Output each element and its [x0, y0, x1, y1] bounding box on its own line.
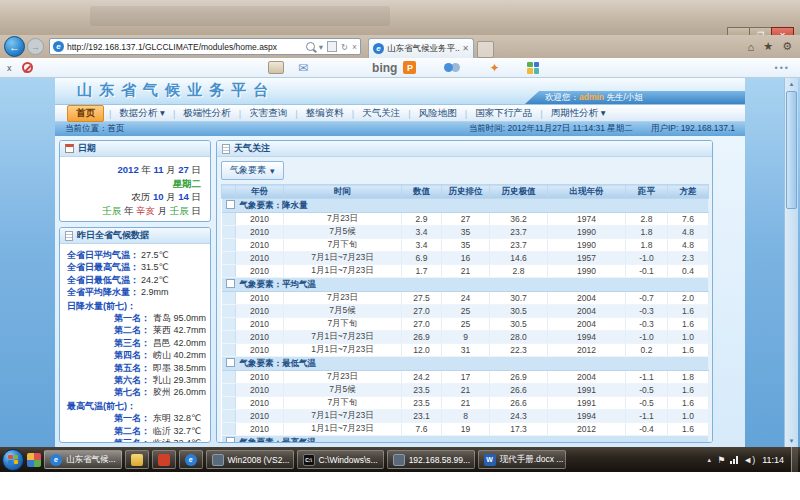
- table-cell: 6.9: [402, 252, 442, 265]
- game-grid-icon[interactable]: [527, 62, 539, 74]
- nav-item-0[interactable]: 首页: [67, 105, 104, 122]
- nav-item-8[interactable]: 周期性分析 ▾: [543, 106, 614, 121]
- table-cell: 30.5: [490, 305, 548, 318]
- nav-item-3[interactable]: 灾害查询: [241, 106, 295, 121]
- tools-gear-icon[interactable]: ⚙: [782, 40, 792, 53]
- table-cell: 21: [442, 265, 490, 278]
- rank-row: 第四名：崂山 40.2mm: [67, 349, 207, 361]
- page-viewport: 山东省气候业务平台 欢迎您：admin 先生/小姐 首页|数据分析 ▾|极端性分…: [0, 78, 800, 447]
- table-cell: 1990: [548, 265, 626, 278]
- table-cell: 1.8: [626, 239, 668, 252]
- taskbar-clock[interactable]: 11:14: [762, 455, 784, 465]
- address-bar[interactable]: e http://192.168.137.1/GLCCLIMATE/module…: [49, 38, 361, 55]
- flag-tray-icon[interactable]: ⚑: [717, 455, 725, 465]
- scrollbar-down-icon[interactable]: ▼: [785, 435, 798, 447]
- calendar-text: 10: [153, 191, 164, 202]
- pet-sparkle-icon[interactable]: ✦: [489, 61, 499, 75]
- refresh-icon[interactable]: ↻: [341, 42, 348, 52]
- group-checkbox[interactable]: [226, 200, 235, 209]
- calendar-text: 年: [121, 205, 136, 216]
- group-checkbox[interactable]: [226, 279, 235, 288]
- table-cell: 7月下旬: [284, 397, 402, 410]
- table-row: 20107月1日~7月23日23.1824.31994-1.11.0: [222, 410, 709, 423]
- taskbar-button-5[interactable]: C:\C:\Windows\s...: [297, 450, 384, 469]
- table-cell: 19: [442, 423, 490, 436]
- volume-icon[interactable]: ◄): [743, 455, 755, 465]
- taskbar-button-2[interactable]: [152, 450, 176, 469]
- taskbar-button-0[interactable]: e山东省气候...: [44, 450, 122, 469]
- calendar-text: 14: [178, 191, 189, 202]
- nav-item-4[interactable]: 整编资料: [298, 106, 352, 121]
- table-cell: 2010: [236, 423, 284, 436]
- yesterday-data-panel: 昨日全省气候数据 全省日平均气温：27.5℃全省日最高气温：31.5℃全省日最低…: [59, 227, 211, 443]
- table-cell: 1.8: [626, 226, 668, 239]
- summary-value: 31.5℃: [141, 261, 169, 273]
- nav-item-1[interactable]: 数据分析 ▾: [111, 106, 172, 121]
- forward-button[interactable]: →: [27, 38, 44, 55]
- show-desktop-button[interactable]: [791, 447, 798, 472]
- nav-item-5[interactable]: 天气关注: [354, 106, 408, 121]
- blocked-popup-icon[interactable]: [22, 62, 33, 73]
- home-icon[interactable]: ⌂: [748, 41, 755, 53]
- browser-tab[interactable]: e 山东省气候业务平... ✕: [368, 38, 474, 58]
- table-row: 20101月1日~7月23日12.03122.320120.21.6: [222, 344, 709, 357]
- taskbar-button-label: Win2008 (VS2...: [228, 455, 290, 465]
- scrollbar-up-icon[interactable]: ▲: [785, 78, 798, 90]
- tab-close-icon[interactable]: ✕: [462, 44, 469, 53]
- compatibility-view-icon[interactable]: [327, 41, 337, 52]
- quick-launch-icon[interactable]: [27, 453, 41, 467]
- scrollbar-thumb[interactable]: [786, 91, 797, 209]
- table-cell: 8: [442, 410, 490, 423]
- group-header-row: 气象要素：降水量: [222, 199, 709, 213]
- group-header-row: 气象要素：最低气温: [222, 357, 709, 371]
- table-cell: 27.0: [402, 305, 442, 318]
- hidden-icons-chevron[interactable]: ▲: [706, 457, 712, 463]
- taskbar-button-6[interactable]: 192.168.58.99...: [387, 450, 475, 469]
- nav-item-6[interactable]: 风险地图: [411, 106, 465, 121]
- word-icon: W: [484, 454, 496, 466]
- taskbar-button-7[interactable]: W现代手册.docx ...: [478, 450, 566, 469]
- table-cell: 21: [442, 397, 490, 410]
- bing-logo[interactable]: bing: [372, 61, 397, 75]
- chevron-down-icon[interactable]: ▾: [319, 42, 323, 52]
- rank-row: 第一名：青岛 95.0mm: [67, 312, 207, 324]
- mail-icon[interactable]: ✉: [298, 61, 308, 75]
- taskbar-button-4[interactable]: Win2008 (VS2...: [206, 450, 294, 469]
- taskbar-button-label: 山东省气候...: [66, 454, 116, 466]
- page-scrollbar[interactable]: ▲ ▼: [784, 78, 798, 447]
- group-checkbox[interactable]: [226, 437, 235, 443]
- search-icon[interactable]: [306, 42, 315, 51]
- table-row: 20107月23日2.92736.219742.87.6: [222, 213, 709, 226]
- nav-item-2[interactable]: 极端性分析: [175, 106, 239, 121]
- table-cell: 2010: [236, 265, 284, 278]
- tab-favicon: e: [373, 43, 384, 54]
- calendar-text: 月: [164, 164, 179, 175]
- element-filter-button[interactable]: 气象要素 ▾: [221, 161, 284, 180]
- desktop-titlebar-area: [0, 0, 800, 35]
- back-button[interactable]: ←: [4, 36, 25, 57]
- nav-item-7[interactable]: 国家下行产品: [467, 106, 540, 121]
- network-icon[interactable]: [730, 456, 738, 464]
- cards-icon[interactable]: [268, 61, 284, 74]
- toolbar-close-icon[interactable]: x: [7, 63, 12, 73]
- stop-icon[interactable]: ×: [352, 42, 357, 52]
- url-text[interactable]: http://192.168.137.1/GLCCLIMATE/modules/…: [67, 42, 303, 52]
- group-checkbox[interactable]: [226, 358, 235, 367]
- browser-toolbar: ← → e http://192.168.137.1/GLCCLIMATE/mo…: [0, 35, 800, 58]
- new-tab-button[interactable]: [477, 41, 494, 58]
- table-cell: -1.0: [626, 331, 668, 344]
- table-cell: 1.0: [668, 410, 709, 423]
- start-button[interactable]: [2, 449, 24, 471]
- taskbar-button-1[interactable]: [125, 450, 149, 469]
- messenger-icon[interactable]: [444, 63, 453, 72]
- favorites-star-icon[interactable]: ★: [763, 40, 773, 53]
- yesterday-panel-title: 昨日全省气候数据: [77, 229, 149, 242]
- toolbar-overflow-dots[interactable]: •••: [775, 63, 790, 73]
- taskbar-button-3[interactable]: e: [179, 450, 203, 469]
- calendar-text: 11: [153, 164, 163, 175]
- table-cell: 1.6: [668, 423, 709, 436]
- table-row: 20107月5候23.52126.61991-0.51.6: [222, 384, 709, 397]
- row-checkbox-cell: [222, 226, 236, 239]
- p-app-icon[interactable]: P: [403, 61, 416, 74]
- table-cell: 26.9: [402, 331, 442, 344]
